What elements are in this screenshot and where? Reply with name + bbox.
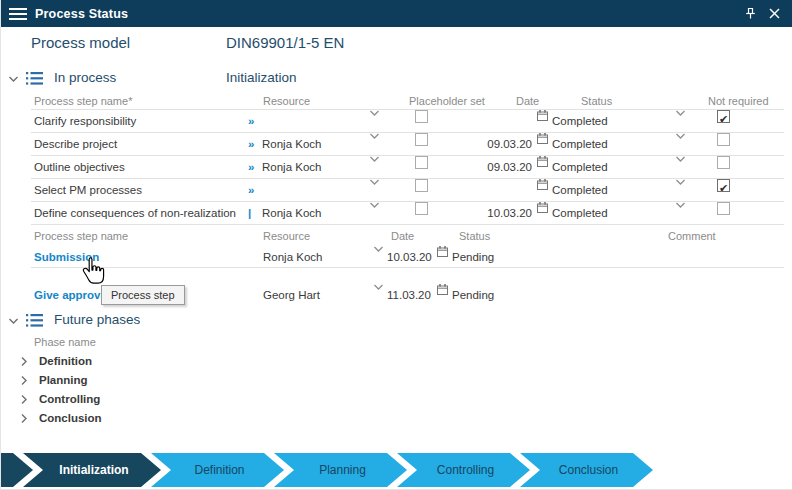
placeholder-checkbox[interactable] (415, 202, 428, 215)
chevron-down-icon[interactable] (369, 179, 380, 186)
tooltip: Process step (101, 285, 185, 305)
resource-value[interactable]: Georg Hart (263, 284, 320, 306)
collapse-icon[interactable] (8, 318, 19, 325)
status-value[interactable]: Completed (552, 133, 608, 156)
status-value[interactable]: Completed (552, 202, 608, 225)
placeholder-checkbox[interactable] (415, 110, 428, 123)
process-model-value: DIN69901/1-5 EN (226, 34, 344, 51)
collapse-icon[interactable] (8, 76, 19, 83)
calendar-icon[interactable] (537, 110, 548, 121)
table-row: Define consequences of non-realization |… (31, 202, 784, 225)
phase-name: Controlling (39, 390, 100, 409)
jump-to-icon[interactable]: » (248, 133, 254, 156)
pin-icon[interactable] (744, 7, 757, 20)
chevron-down-icon[interactable] (675, 133, 686, 140)
date-value[interactable]: 09.03.20 (472, 156, 532, 179)
phase-chevron-controlling[interactable]: Controlling (397, 453, 530, 487)
calendar-icon[interactable] (537, 179, 548, 190)
jump-to-icon[interactable]: | (248, 202, 251, 225)
list-icon (26, 72, 43, 85)
resource-value[interactable]: Ronja Koch (262, 133, 321, 156)
calendar-icon[interactable] (537, 202, 548, 213)
chevron-down-icon[interactable] (369, 133, 380, 140)
phase-chevron-definition[interactable]: Definition (151, 453, 284, 487)
col-resource: Resource (263, 93, 310, 110)
not-required-checkbox[interactable] (717, 179, 730, 192)
calendar-icon[interactable] (437, 284, 448, 295)
step-name: Clarify responsibility (34, 110, 136, 133)
calendar-icon[interactable] (437, 246, 448, 257)
step-name: Outline objectives (34, 156, 125, 179)
resource-value[interactable]: Ronja Koch (263, 246, 322, 268)
chevron-down-icon[interactable] (675, 156, 686, 163)
expand-icon[interactable] (21, 394, 28, 405)
not-required-checkbox[interactable] (717, 110, 730, 123)
date-value[interactable]: 11.03.20 (387, 284, 431, 306)
chevron-down-icon[interactable] (373, 246, 384, 253)
expand-icon[interactable] (21, 356, 28, 367)
resource-value[interactable]: Ronja Koch (262, 156, 321, 179)
status-value[interactable]: Pending (452, 246, 494, 268)
step-name: Describe project (34, 133, 117, 156)
placeholder-checkbox[interactable] (415, 156, 428, 169)
col-date: Date (516, 93, 539, 110)
col-date: Date (391, 228, 414, 245)
table-row: Describe project » Ronja Koch 09.03.20 C… (31, 133, 784, 156)
expand-icon[interactable] (21, 375, 28, 386)
status-value[interactable]: Completed (552, 110, 608, 133)
list-item[interactable]: Conclusion (31, 409, 784, 428)
phase-chevron-conclusion[interactable]: Conclusion (520, 453, 653, 487)
phase-name: Definition (39, 352, 92, 371)
table-row: Select PM processes » Completed (31, 179, 784, 202)
status-value[interactable]: Completed (552, 179, 608, 202)
expand-icon[interactable] (21, 413, 28, 424)
phase-chevron-planning[interactable]: Planning (274, 453, 407, 487)
chevron-down-icon[interactable] (675, 202, 686, 209)
jump-to-icon[interactable]: » (248, 110, 254, 133)
table-header: Process step name Resource Date Status C… (31, 228, 784, 245)
not-required-checkbox[interactable] (717, 156, 730, 169)
chevron-down-icon[interactable] (369, 156, 380, 163)
hamburger-menu-icon[interactable] (9, 5, 27, 23)
status-value[interactable]: Completed (552, 156, 608, 179)
table-row: Clarify responsibility » Completed (31, 110, 784, 133)
list-item[interactable]: Definition (31, 352, 784, 371)
date-value[interactable]: 10.03.20 (387, 246, 432, 268)
chevron-down-icon[interactable] (373, 284, 384, 291)
placeholder-checkbox[interactable] (415, 179, 428, 192)
chevron-down-icon[interactable] (369, 110, 380, 117)
jump-to-icon[interactable]: » (248, 179, 254, 202)
not-required-checkbox[interactable] (717, 202, 730, 215)
step-link[interactable]: Submission (34, 246, 99, 268)
window-title: Process Status (35, 7, 128, 21)
status-value[interactable]: Pending (452, 284, 494, 306)
col-status: Status (459, 228, 490, 245)
calendar-icon[interactable] (537, 133, 548, 144)
step-link[interactable]: Give approval (34, 284, 110, 306)
list-icon (26, 314, 43, 327)
section-title-future-phases: Future phases (54, 312, 140, 327)
close-icon[interactable] (769, 8, 780, 19)
list-item[interactable]: Controlling (31, 390, 784, 409)
chevron-down-icon[interactable] (675, 110, 686, 117)
not-required-checkbox[interactable] (717, 133, 730, 146)
col-process-step-name: Process step name* (34, 93, 132, 110)
col-placeholder-set: Placeholder set (409, 93, 485, 110)
phase-bar-lead-arrow (1, 453, 33, 487)
current-phase-name: Initialization (226, 70, 297, 85)
chevron-down-icon[interactable] (675, 179, 686, 186)
table-header: Phase name (31, 334, 784, 350)
date-value[interactable]: 09.03.20 (472, 133, 532, 156)
list-item[interactable]: Planning (31, 371, 784, 390)
jump-to-icon[interactable]: » (248, 156, 254, 179)
col-not-required: Not required (708, 93, 769, 110)
resource-value[interactable]: Ronja Koch (262, 202, 321, 225)
chevron-down-icon[interactable] (369, 202, 380, 209)
placeholder-checkbox[interactable] (415, 133, 428, 146)
calendar-icon[interactable] (537, 156, 548, 167)
col-process-step-name: Process step name (34, 228, 128, 245)
phase-chevron-initialization[interactable]: Initialization (23, 453, 161, 487)
process-model-label: Process model (31, 34, 130, 51)
phase-name: Planning (39, 371, 88, 390)
date-value[interactable]: 10.03.20 (472, 202, 532, 225)
